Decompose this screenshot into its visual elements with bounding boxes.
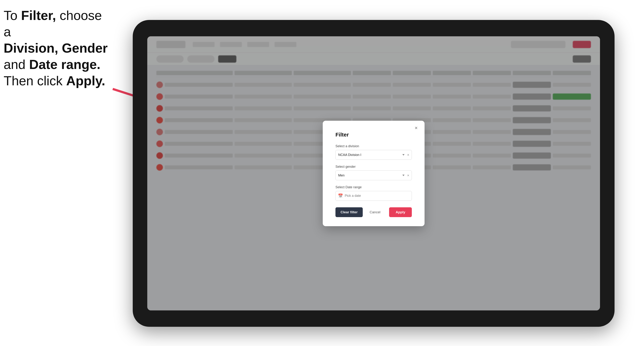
apply-button[interactable]: Apply [389, 207, 412, 217]
calendar-icon: 📅 [338, 193, 343, 198]
tablet-screen: × Filter Select a division NCAA Division… [147, 36, 600, 310]
gender-select[interactable]: Men Women [336, 171, 412, 180]
division-clear-button[interactable]: × [407, 153, 409, 157]
division-select-wrapper: NCAA Division I NCAA Division II NCAA Di… [336, 150, 412, 160]
instruction-click-apply: Then click Apply. [4, 74, 105, 88]
tablet-frame: × Filter Select a division NCAA Division… [133, 20, 614, 327]
date-label: Select Date range [336, 185, 412, 189]
clear-filter-button[interactable]: Clear filter [336, 207, 363, 217]
modal-close-button[interactable]: × [413, 125, 420, 131]
modal-footer-right: Cancel Apply [364, 207, 412, 217]
date-input[interactable] [336, 191, 412, 201]
division-select[interactable]: NCAA Division I NCAA Division II NCAA Di… [336, 150, 412, 160]
date-input-wrapper: 📅 [336, 191, 412, 201]
filter-modal: × Filter Select a division NCAA Division… [323, 121, 424, 226]
modal-footer: Clear filter Cancel Apply [336, 207, 412, 217]
modal-overlay: × Filter Select a division NCAA Division… [147, 36, 600, 310]
division-label: Select a division [336, 144, 412, 148]
gender-clear-button[interactable]: × [407, 173, 409, 177]
cancel-button[interactable]: Cancel [364, 207, 386, 217]
gender-select-wrapper: Men Women × [336, 171, 412, 180]
instruction-and-date: and Date range. [4, 57, 100, 72]
instruction-division-gender: Division, Gender [4, 41, 108, 55]
instruction-text: To Filter, choose a Division, Gender and… [4, 7, 113, 89]
modal-title: Filter [336, 132, 412, 138]
division-form-group: Select a division NCAA Division I NCAA D… [336, 144, 412, 160]
date-form-group: Select Date range 📅 [336, 185, 412, 201]
instruction-line1: To Filter, choose a [4, 8, 102, 39]
gender-form-group: Select gender Men Women × [336, 165, 412, 180]
gender-label: Select gender [336, 165, 412, 169]
